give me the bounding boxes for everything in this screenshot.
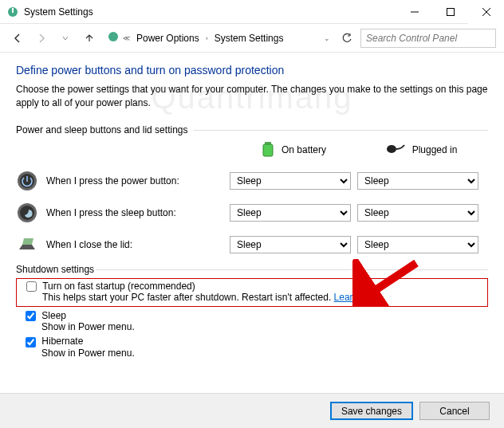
checkbox-description: This helps start your PC faster after sh… [26, 292, 482, 303]
window-title: System Settings [24, 6, 396, 18]
row-label: When I press the power button: [46, 175, 230, 187]
battery-icon [261, 140, 275, 160]
app-icon [6, 6, 19, 18]
svg-point-6 [108, 32, 118, 41]
column-header-plugged: Plugged in [357, 142, 485, 159]
checkbox-description: Show in Power menu. [26, 321, 488, 332]
checkbox-description: Show in Power menu. [26, 348, 488, 359]
breadcrumb-item[interactable]: Power Options [133, 31, 203, 45]
up-button[interactable] [80, 29, 99, 48]
titlebar: System Settings [0, 0, 504, 24]
power-plan-icon [107, 30, 120, 45]
maximize-button[interactable] [432, 0, 468, 24]
power-plugged-select[interactable]: Sleep [357, 172, 478, 190]
lid-plugged-select[interactable]: Sleep [357, 236, 478, 253]
svg-rect-3 [447, 8, 454, 15]
lid-battery-select[interactable]: Sleep [230, 236, 351, 253]
chevron-right-icon: › [206, 34, 208, 42]
power-battery-select[interactable]: Sleep [230, 172, 351, 190]
sleep-checkbox[interactable] [26, 311, 36, 321]
checkbox-label: Turn on fast startup (recommended) [42, 281, 195, 292]
sleep-row: Sleep Show in Power menu. [16, 310, 488, 332]
chevron-down-icon[interactable]: ⌄ [324, 34, 330, 42]
row-label: When I close the lid: [46, 239, 230, 250]
plug-icon [385, 142, 406, 159]
checkbox-label: Sleep [41, 310, 66, 321]
settings-grid: On battery Plugged in When I press the p… [16, 140, 488, 256]
back-button[interactable] [8, 29, 27, 48]
column-header-battery: On battery [230, 140, 357, 160]
section-label: Shutdown settings [16, 264, 488, 275]
dropdown-history[interactable] [56, 29, 75, 48]
save-button[interactable]: Save changes [330, 402, 413, 420]
checkbox-label: Hibernate [41, 336, 83, 347]
hibernate-checkbox[interactable] [26, 337, 36, 348]
svg-point-9 [387, 145, 396, 153]
footer: Save changes Cancel [0, 393, 504, 428]
page-heading: Define power buttons and turn on passwor… [16, 64, 488, 77]
power-button-icon [16, 170, 38, 192]
sleep-plugged-select[interactable]: Sleep [357, 204, 478, 222]
toolbar: ≪ Power Options › System Settings ⌄ [0, 24, 504, 53]
sleep-battery-select[interactable]: Sleep [230, 204, 351, 222]
lid-icon [16, 234, 38, 256]
learn-more-link[interactable]: Learn More [334, 292, 383, 303]
svg-rect-8 [263, 144, 273, 156]
page-description: Choose the power settings that you want … [16, 83, 488, 110]
sleep-button-icon [16, 202, 38, 224]
section-label: Power and sleep buttons and lid settings [16, 124, 488, 135]
forward-button[interactable] [32, 29, 51, 48]
svg-rect-1 [12, 8, 14, 13]
minimize-button[interactable] [396, 0, 432, 24]
hibernate-row: Hibernate Show in Power menu. [16, 336, 488, 358]
content-area: Define power buttons and turn on passwor… [0, 53, 504, 393]
refresh-button[interactable] [338, 29, 356, 47]
fast-startup-checkbox[interactable] [26, 281, 37, 292]
fast-startup-row: Turn on fast startup (recommended) This … [16, 278, 488, 307]
search-input[interactable] [360, 29, 496, 48]
breadcrumb-item[interactable]: System Settings [211, 31, 287, 45]
address-bar[interactable]: ≪ Power Options › System Settings ⌄ [104, 29, 333, 48]
close-button[interactable] [468, 0, 504, 24]
cancel-button[interactable]: Cancel [419, 402, 490, 420]
row-label: When I press the sleep button: [46, 207, 230, 218]
chevron-right-icon: ≪ [123, 34, 130, 42]
